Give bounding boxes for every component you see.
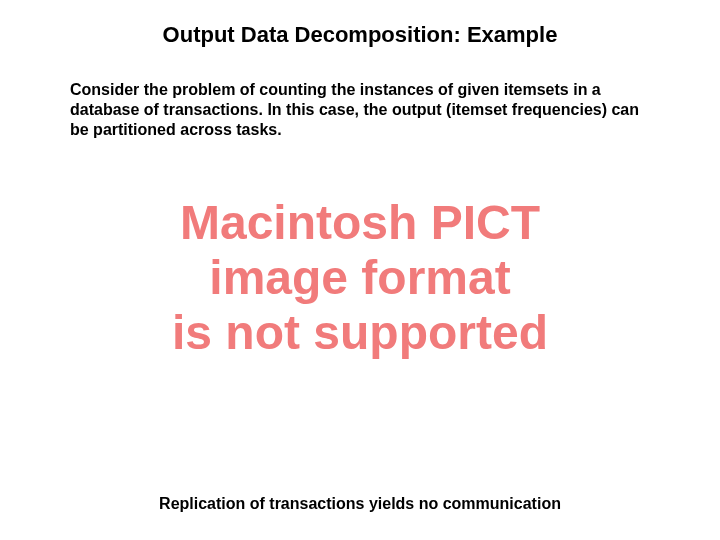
slide-title: Output Data Decomposition: Example — [0, 22, 720, 48]
slide: Output Data Decomposition: Example Consi… — [0, 0, 720, 540]
pict-placeholder: Macintosh PICT image format is not suppo… — [0, 195, 720, 361]
pict-placeholder-line-2: image format — [0, 250, 720, 305]
slide-footer-text: Replication of transactions yields no co… — [0, 495, 720, 513]
pict-placeholder-line-1: Macintosh PICT — [0, 195, 720, 250]
pict-placeholder-line-3: is not supported — [0, 305, 720, 360]
slide-body-text: Consider the problem of counting the ins… — [70, 80, 660, 140]
